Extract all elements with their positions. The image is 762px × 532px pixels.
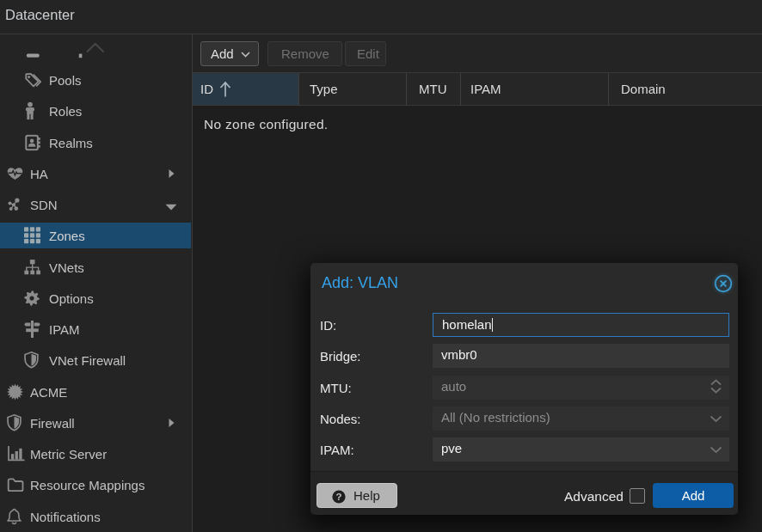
- svg-text:?: ?: [335, 492, 341, 502]
